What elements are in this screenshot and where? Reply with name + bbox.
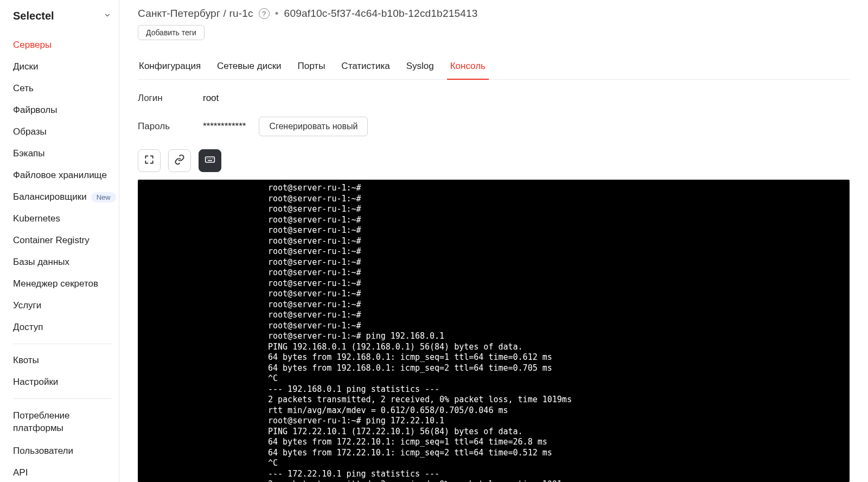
brand-dropdown[interactable]: Selectel <box>13 10 111 34</box>
sidebar-item[interactable]: Менеджер секретов <box>13 273 111 295</box>
console-toolbar <box>138 149 850 172</box>
separator-dot: • <box>275 8 279 20</box>
regenerate-password-button[interactable]: Сгенерировать новый <box>259 117 368 136</box>
sidebar-item-label: Серверы <box>13 40 52 50</box>
breadcrumb: Санкт-Петербург / ru-1c ? • 609af10c-5f3… <box>138 8 850 20</box>
sidebar-item-label: Файловое хранилище <box>13 170 107 181</box>
fullscreen-button[interactable] <box>138 149 161 172</box>
sidebar-item[interactable]: API <box>13 462 111 482</box>
keyboard-button[interactable] <box>199 149 221 172</box>
help-icon[interactable]: ? <box>259 8 270 19</box>
sidebar-item-label: Доступ <box>13 322 43 333</box>
sidebar-item[interactable]: Настройки <box>13 371 111 393</box>
keyboard-icon <box>205 154 215 167</box>
new-badge: New <box>91 192 116 202</box>
tab[interactable]: Конфигурация <box>138 56 202 79</box>
sidebar-item[interactable]: БалансировщикиNew <box>13 186 111 208</box>
sidebar-item[interactable]: Образы <box>13 121 111 143</box>
link-icon <box>174 154 185 167</box>
password-label: Пароль <box>138 121 176 132</box>
sidebar-item-label: Услуги <box>13 300 41 311</box>
sidebar-item[interactable]: Услуги <box>13 295 111 316</box>
login-label: Логин <box>138 93 176 104</box>
sidebar: Selectel СерверыДискиСетьФайрволыОбразыБ… <box>0 0 119 482</box>
brand-name: Selectel <box>13 10 54 22</box>
sidebar-nav: СерверыДискиСетьФайрволыОбразыБэкапыФайл… <box>13 34 111 482</box>
sidebar-item[interactable]: Пользователи <box>13 440 111 462</box>
sidebar-item-label: Менеджер секретов <box>13 278 98 289</box>
sidebar-item[interactable]: Доступ <box>13 316 111 338</box>
tab[interactable]: Порты <box>297 56 327 79</box>
sidebar-item[interactable]: Серверы <box>13 34 111 56</box>
tabs: КонфигурацияСетевые дискиПортыСтатистика… <box>138 56 850 80</box>
tab[interactable]: Консоль <box>449 56 487 79</box>
sidebar-item-label: Файрволы <box>13 105 57 116</box>
sidebar-item[interactable]: Сеть <box>13 78 111 99</box>
fullscreen-icon <box>144 154 155 167</box>
sidebar-item-label: Диски <box>13 61 38 72</box>
sidebar-item[interactable]: Диски <box>13 56 111 78</box>
tab[interactable]: Syslog <box>405 56 435 79</box>
console-terminal[interactable]: root@server-ru-1:~# root@server-ru-1:~# … <box>138 180 850 482</box>
nav-separator <box>13 344 111 344</box>
sidebar-item[interactable]: Kubernetes <box>13 208 111 230</box>
svg-rect-0 <box>206 157 215 162</box>
sidebar-item-label: Квоты <box>13 355 39 366</box>
copy-link-button[interactable] <box>168 149 191 172</box>
sidebar-item[interactable]: Потребление платформы <box>13 404 111 440</box>
sidebar-item[interactable]: Файловое хранилище <box>13 164 111 186</box>
sidebar-item-label: Балансировщики <box>13 192 87 202</box>
login-value: root <box>203 93 219 104</box>
sidebar-item-label: Container Registry <box>13 235 90 246</box>
sidebar-item-label: API <box>13 467 28 478</box>
sidebar-item-label: Потребление платформы <box>13 410 111 435</box>
add-tags-button[interactable]: Добавить теги <box>138 25 205 40</box>
sidebar-item[interactable]: Бэкапы <box>13 143 111 164</box>
breadcrumb-region: Санкт-Петербург / ru-1c <box>138 8 253 20</box>
sidebar-item[interactable]: Файрволы <box>13 99 111 121</box>
sidebar-item-label: Образы <box>13 126 47 137</box>
sidebar-item[interactable]: Квоты <box>13 350 111 371</box>
password-value: ************ <box>203 121 246 132</box>
main-content: Санкт-Петербург / ru-1c ? • 609af10c-5f3… <box>119 0 868 482</box>
sidebar-item-label: Kubernetes <box>13 213 60 224</box>
tab[interactable]: Сетевые диски <box>216 56 283 79</box>
sidebar-item-label: Бэкапы <box>13 148 45 159</box>
chevron-down-icon <box>104 11 111 21</box>
nav-separator <box>13 398 111 399</box>
breadcrumb-uuid: 609af10c-5f37-4c64-b10b-12cd1b215413 <box>284 8 478 20</box>
tab[interactable]: Статистика <box>340 56 391 79</box>
sidebar-item[interactable]: Базы данных <box>13 251 111 273</box>
sidebar-item-label: Базы данных <box>13 257 69 268</box>
sidebar-item-label: Пользователи <box>13 446 73 456</box>
sidebar-item[interactable]: Container Registry <box>13 230 111 251</box>
sidebar-item-label: Настройки <box>13 377 58 388</box>
sidebar-item-label: Сеть <box>13 83 34 94</box>
